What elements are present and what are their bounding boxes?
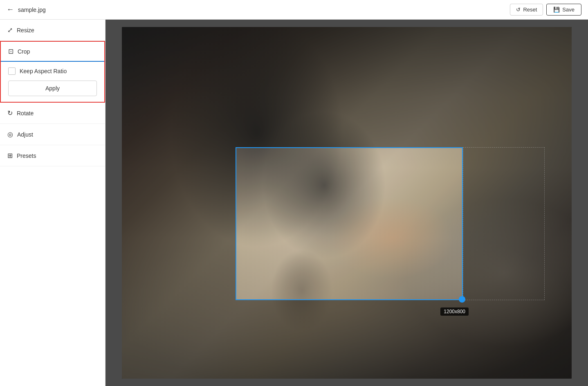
adjust-label: Adjust [17, 131, 33, 138]
rotate-icon: ↻ [7, 109, 13, 117]
sidebar-item-presets[interactable]: ⊞ Presets [0, 145, 105, 166]
sidebar-item-rotate[interactable]: ↻ Rotate [0, 103, 105, 124]
reset-label: Reset [523, 7, 537, 13]
crop-icon: ⊡ [8, 47, 13, 55]
save-icon: 💾 [553, 7, 560, 13]
keep-aspect-ratio-label: Keep Aspect Ratio [20, 68, 67, 74]
adjust-icon: ◎ [7, 130, 13, 138]
app-header: ← sample.jpg ↺ Reset 💾 Save [0, 0, 588, 20]
back-button[interactable]: ← [7, 5, 14, 14]
reset-icon: ↺ [516, 7, 521, 13]
sidebar-item-crop[interactable]: ⊡ Crop [1, 42, 104, 62]
photo-container: 1200x800 [122, 27, 572, 379]
save-button[interactable]: 💾 Save [546, 4, 581, 16]
canvas-area[interactable]: 1200x800 [105, 20, 588, 386]
rotate-label: Rotate [17, 110, 34, 117]
filename-label: sample.jpg [18, 7, 46, 13]
photo-detail [122, 27, 572, 379]
apply-button[interactable]: Apply [8, 81, 97, 96]
header-left: ← sample.jpg [7, 5, 46, 14]
save-label: Save [562, 7, 575, 13]
keep-aspect-ratio-row: Keep Aspect Ratio [8, 67, 97, 75]
crop-body: Keep Aspect Ratio Apply [1, 62, 104, 102]
header-right: ↺ Reset 💾 Save [510, 4, 581, 16]
crop-label: Crop [18, 48, 30, 55]
sidebar: ⤢ Resize ⊡ Crop Keep Aspect Ratio Apply … [0, 20, 105, 386]
keep-aspect-ratio-checkbox[interactable] [8, 67, 16, 75]
main-area: ⤢ Resize ⊡ Crop Keep Aspect Ratio Apply … [0, 20, 588, 386]
crop-panel: ⊡ Crop Keep Aspect Ratio Apply [0, 41, 105, 103]
resize-label: Resize [17, 27, 34, 34]
presets-icon: ⊞ [7, 152, 13, 159]
sidebar-item-resize[interactable]: ⤢ Resize [0, 20, 105, 41]
presets-label: Presets [17, 153, 36, 159]
sidebar-item-adjust[interactable]: ◎ Adjust [0, 124, 105, 145]
reset-button[interactable]: ↺ Reset [510, 4, 543, 16]
resize-icon: ⤢ [7, 26, 13, 34]
